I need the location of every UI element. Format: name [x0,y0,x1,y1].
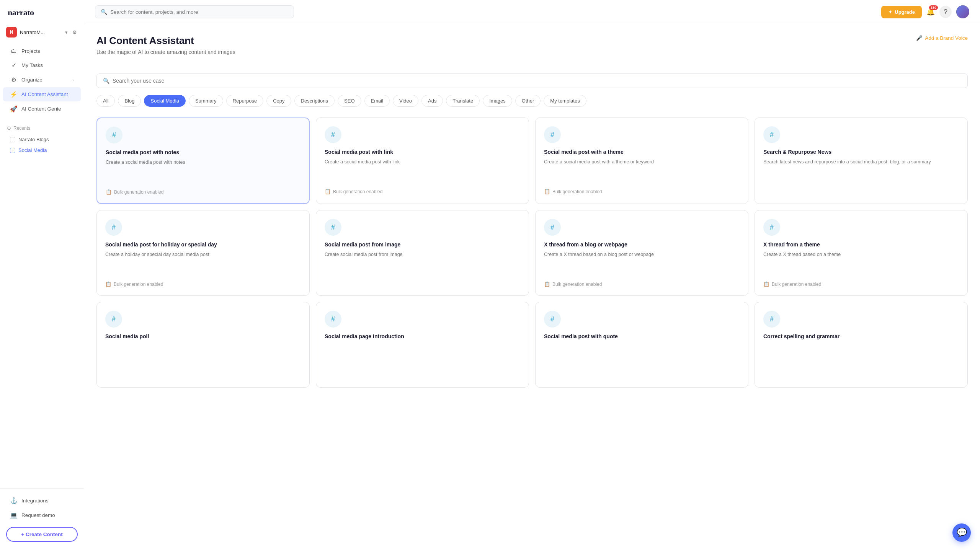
filter-tab-descriptions[interactable]: Descriptions [294,95,335,107]
card-title: X thread from a blog or webpage [544,241,740,248]
recents-item-label: Social Media [18,147,47,153]
card-title: Social media post from image [325,241,520,248]
search-icon: 🔍 [103,78,109,84]
bulk-label: Bulk generation enabled [552,189,602,194]
filter-tab-blog[interactable]: Blog [118,95,141,107]
card-social-media-holiday[interactable]: # Social media post for holiday or speci… [96,210,310,296]
sidebar-item-ai-content-genie[interactable]: 🚀 AI Content Genie [3,102,81,116]
filter-tab-social-media[interactable]: Social Media [144,95,185,107]
card-social-media-poll[interactable]: # Social media poll [96,302,310,388]
card-desc: Create a social media post with link [325,158,520,183]
sidebar-item-label: Integrations [21,498,49,504]
bulk-icon: 📋 [106,189,112,195]
card-icon: # [763,126,780,143]
card-title: Social media post with link [325,148,520,155]
avatar-image [956,5,969,18]
add-brand-voice-button[interactable]: 🎤 Add a Brand Voice [916,35,968,41]
chevron-right-icon: › [72,78,74,82]
filter-tab-ads[interactable]: Ads [421,95,443,107]
card-icon: # [105,311,122,328]
bulk-badge: 📋Bulk generation enabled [105,281,301,287]
card-x-thread-theme[interactable]: # X thread from a theme Create a X threa… [755,210,968,296]
sidebar-item-my-tasks[interactable]: ✓ My Tasks [3,58,81,72]
filter-tab-seo[interactable]: SEO [338,95,361,107]
recents-dot-icon [10,148,15,153]
sidebar-item-projects[interactable]: 🗂 Projects [3,44,81,58]
sidebar-item-organize[interactable]: ⚙ Organize › [3,73,81,87]
bulk-badge: 📋Bulk generation enabled [106,189,301,195]
chat-icon: 💬 [957,528,967,538]
filter-tab-summary[interactable]: Summary [189,95,223,107]
card-social-media-post-with-notes[interactable]: # Social media post with notes Create a … [96,117,310,204]
ai-content-icon: ⚡ [10,91,18,98]
notifications-button[interactable]: 🔔 380 [926,8,935,16]
bulk-icon: 📋 [105,281,111,287]
mic-icon: 🎤 [916,35,923,41]
filter-tab-video[interactable]: Video [393,95,418,107]
search-icon: 🔍 [101,9,107,15]
card-title: Social media post with quote [544,333,740,340]
card-icon: # [763,311,780,328]
topbar: 🔍 ✦ Upgrade 🔔 380 ? [84,0,980,24]
bulk-icon: 📋 [544,189,550,194]
help-button[interactable]: ? [939,6,952,18]
chat-bubble-button[interactable]: 💬 [952,523,971,542]
card-social-media-from-image[interactable]: # Social media post from image Create so… [316,210,529,296]
card-icon: # [105,219,122,236]
use-case-search-input[interactable] [113,78,961,84]
sidebar-item-label: Projects [21,48,40,54]
card-body: Social media poll [105,333,301,379]
card-desc: Create a X thread based on a blog post o… [544,251,740,276]
filter-tab-copy[interactable]: Copy [266,95,291,107]
card-search-repurpose-news[interactable]: # Search & Repurpose News Search latest … [755,117,968,204]
card-x-thread-blog[interactable]: # X thread from a blog or webpage Create… [535,210,748,296]
sidebar-item-label: Request demo [21,512,55,518]
card-icon: # [763,219,780,236]
page-header: AI Content Assistant Use the magic of AI… [96,35,968,64]
card-desc [544,343,740,373]
bulk-label: Bulk generation enabled [772,282,821,287]
card-social-media-page-intro[interactable]: # Social media page introduction [316,302,529,388]
integrations-icon: ⚓ [10,497,18,504]
topbar-search-input[interactable] [110,9,288,15]
tasks-icon: ✓ [10,62,18,69]
filter-tab-repurpose[interactable]: Repurpose [226,95,264,107]
filter-tab-my-templates[interactable]: My templates [544,95,586,107]
bulk-badge: 📋Bulk generation enabled [763,281,959,287]
workspace-row[interactable]: N NarratoM... ▾ ⚙ [0,24,84,41]
recents-item-narrato-blogs[interactable]: Narrato Blogs [3,134,81,145]
sidebar-item-request-demo[interactable]: 💻 Request demo [3,508,81,522]
filter-tab-images[interactable]: Images [483,95,512,107]
card-body: Social media post from image Create soci… [325,241,520,287]
card-desc [763,343,959,373]
card-body: Social media post with link Create a soc… [325,148,520,194]
card-correct-spelling[interactable]: # Correct spelling and grammar [755,302,968,388]
card-social-media-quote[interactable]: # Social media post with quote [535,302,748,388]
recents-section: ⊙ Recents [0,122,84,134]
recents-label: ⊙ Recents [7,125,77,131]
card-social-media-post-with-link[interactable]: # Social media post with link Create a s… [316,117,529,204]
filter-tab-all[interactable]: All [96,95,115,107]
sidebar-item-ai-content-assistant[interactable]: ⚡ AI Content Assistant [3,87,81,101]
user-avatar[interactable] [956,5,969,18]
workspace-dropdown-icon[interactable]: ▾ [64,29,69,36]
sidebar-item-label: AI Content Assistant [21,91,68,97]
filter-tab-email[interactable]: Email [364,95,390,107]
card-desc: Search latest news and repurpose into a … [763,158,959,189]
filter-tab-translate[interactable]: Translate [446,95,480,107]
card-social-media-post-with-theme[interactable]: # Social media post with a theme Create … [535,117,748,204]
recents-item-social-media[interactable]: Social Media [3,145,81,155]
sidebar-item-integrations[interactable]: ⚓ Integrations [3,494,81,508]
workspace-settings-icon[interactable]: ⚙ [72,29,78,36]
upgrade-button[interactable]: ✦ Upgrade [881,6,922,18]
create-content-button[interactable]: + Create Content [6,527,78,542]
sidebar: narrato N NarratoM... ▾ ⚙ 🗂 Projects ✓ M… [0,0,84,551]
card-body: X thread from a blog or webpage Create a… [544,241,740,287]
bulk-badge: 📋Bulk generation enabled [544,189,740,194]
card-icon: # [325,219,341,236]
filter-tab-other[interactable]: Other [515,95,541,107]
card-title: Correct spelling and grammar [763,333,959,340]
card-desc [325,343,520,373]
bulk-label: Bulk generation enabled [114,189,163,195]
card-icon: # [325,311,341,328]
